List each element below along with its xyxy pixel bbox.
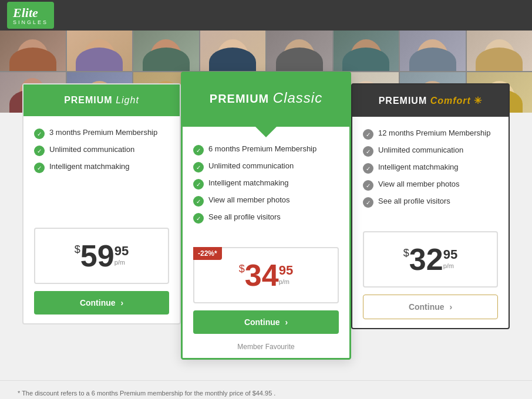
feature-classic-2: ✓ Unlimited communication bbox=[193, 161, 339, 173]
feature-comfort-3-text: Intelligent matchmaking bbox=[378, 163, 459, 171]
price-light-pm: p/m bbox=[115, 259, 125, 266]
plan-light-header: PREMIUM Light bbox=[23, 84, 180, 116]
hero-photo-7 bbox=[400, 31, 466, 71]
check-icon-comfort-4: ✓ bbox=[363, 180, 373, 191]
disclaimer-content: * The discount refers to a 6 months Prem… bbox=[18, 390, 275, 397]
plan-light-title-prefix: PREMIUM bbox=[64, 95, 113, 105]
feature-classic-2-text: Unlimited communication bbox=[208, 161, 294, 170]
chevron-icon-light: › bbox=[120, 298, 123, 307]
arrow-down-icon bbox=[254, 126, 278, 137]
check-icon-light-2: ✓ bbox=[34, 146, 45, 156]
price-light-cents: 95 bbox=[115, 244, 129, 259]
plan-comfort-title-main: Comfort bbox=[430, 96, 471, 106]
check-icon-light-3: ✓ bbox=[34, 163, 45, 173]
continue-button-light[interactable]: Continue › bbox=[34, 291, 169, 315]
feature-classic-1-text: 6 months Premium Membership bbox=[208, 144, 316, 153]
header: Elite SINGLES bbox=[0, 0, 532, 31]
hero-photo-5 bbox=[267, 31, 332, 71]
feature-comfort-3: ✓ Intelligent matchmaking bbox=[363, 163, 498, 174]
feature-comfort-2-text: Unlimited communication bbox=[378, 146, 463, 154]
plan-comfort-title: PREMIUM Comfort ✳ bbox=[361, 95, 500, 106]
feature-classic-3: ✓ Intelligent matchmaking bbox=[193, 178, 339, 190]
plan-light-title: PREMIUM Light bbox=[32, 95, 171, 106]
feature-classic-4-text: View all member photos bbox=[208, 195, 290, 204]
main-content: PREMIUM Light ✓ 3 months Premium Members… bbox=[0, 83, 532, 371]
logo[interactable]: Elite SINGLES bbox=[7, 2, 54, 29]
price-comfort-display: $ 32 95 p/m bbox=[373, 244, 488, 275]
price-classic-main: 34 bbox=[245, 260, 279, 290]
continue-button-comfort[interactable]: Continue › bbox=[363, 295, 498, 319]
hero-photo-1 bbox=[0, 31, 66, 71]
price-comfort-cents: 95 bbox=[443, 247, 457, 262]
feature-light-2: ✓ Unlimited communication bbox=[34, 145, 169, 156]
price-classic-display: $ 34 95 p/m bbox=[203, 260, 329, 290]
discount-badge-classic: -22%* bbox=[193, 247, 222, 260]
plan-light-title-main: Light bbox=[116, 95, 139, 105]
check-icon-classic-1: ✓ bbox=[193, 145, 204, 155]
feature-comfort-1: ✓ 12 months Premium Membership bbox=[363, 129, 498, 140]
check-icon-classic-5: ✓ bbox=[193, 213, 204, 224]
feature-classic-4: ✓ View all member photos bbox=[193, 195, 339, 207]
plan-classic-title-prefix: PREMIUM bbox=[210, 92, 269, 105]
feature-comfort-5: ✓ See all profile visitors bbox=[363, 197, 498, 208]
price-comfort-main: 32 bbox=[409, 244, 443, 275]
plan-classic-title: PREMIUM Classic bbox=[191, 90, 341, 106]
feature-light-3-text: Intelligent matchmaking bbox=[49, 162, 130, 171]
plan-comfort-features: ✓ 12 months Premium Membership ✓ Unlimit… bbox=[352, 117, 509, 225]
price-classic-dollar: $ bbox=[239, 263, 245, 275]
feature-comfort-2: ✓ Unlimited communication bbox=[363, 146, 498, 157]
logo-sub: SINGLES bbox=[13, 19, 48, 25]
price-classic-cents: 95 bbox=[279, 263, 293, 278]
check-icon-classic-4: ✓ bbox=[193, 196, 204, 207]
feature-comfort-4-text: View all member photos bbox=[378, 180, 460, 188]
plan-classic-features: ✓ 6 months Premium Membership ✓ Unlimite… bbox=[183, 127, 349, 241]
star-icon-comfort: ✳ bbox=[474, 96, 482, 106]
plan-light-features: ✓ 3 months Premium Membership ✓ Unlimite… bbox=[23, 116, 180, 222]
feature-light-1: ✓ 3 months Premium Membership bbox=[34, 128, 169, 139]
member-favourite-label: Member Favourite bbox=[183, 343, 349, 358]
price-light-cents-pm: 95 p/m bbox=[115, 244, 129, 266]
price-comfort-pm: p/m bbox=[443, 262, 454, 269]
price-comfort: $ 32 95 p/m bbox=[363, 231, 498, 288]
plan-comfort: PREMIUM Comfort ✳ ✓ 12 months Premium Me… bbox=[351, 83, 510, 329]
hero-photo-2 bbox=[67, 31, 133, 71]
check-icon-classic-2: ✓ bbox=[193, 162, 204, 173]
hero-photo-6 bbox=[334, 31, 399, 71]
disclaimer-text: * The discount refers to a 6 months Prem… bbox=[0, 380, 532, 399]
feature-classic-5-text: See all profile visitors bbox=[208, 212, 281, 221]
check-icon-classic-3: ✓ bbox=[193, 179, 204, 190]
logo-text: Elite bbox=[13, 5, 48, 21]
check-icon-comfort-2: ✓ bbox=[363, 146, 373, 157]
hero-photo-3 bbox=[133, 31, 199, 71]
plans-container: PREMIUM Light ✓ 3 months Premium Members… bbox=[18, 83, 514, 360]
feature-light-1-text: 3 months Premium Membership bbox=[49, 128, 157, 137]
feature-light-2-text: Unlimited communication bbox=[49, 145, 134, 154]
price-light-dollar: $ bbox=[75, 244, 80, 256]
price-classic-pm: p/m bbox=[279, 278, 289, 285]
plan-classic: PREMIUM Classic ✓ 6 months Premium Membe… bbox=[181, 72, 351, 360]
price-classic: -22%* $ 34 95 p/m bbox=[193, 247, 339, 303]
price-light-display: $ 59 95 p/m bbox=[44, 241, 159, 271]
price-light-main: 59 bbox=[80, 241, 115, 271]
plan-classic-title-main: Classic bbox=[273, 90, 322, 106]
plan-classic-header: PREMIUM Classic bbox=[183, 73, 349, 127]
hero-photo-8 bbox=[467, 31, 533, 71]
feature-classic-1: ✓ 6 months Premium Membership bbox=[193, 144, 339, 155]
check-icon-light-1: ✓ bbox=[34, 129, 45, 139]
price-classic-cents-pm: 95 p/m bbox=[279, 263, 293, 285]
continue-label-light: Continue bbox=[80, 298, 116, 307]
continue-button-classic[interactable]: Continue › bbox=[193, 310, 339, 334]
feature-comfort-1-text: 12 months Premium Membership bbox=[378, 129, 490, 137]
check-icon-comfort-1: ✓ bbox=[363, 129, 373, 140]
feature-comfort-4: ✓ View all member photos bbox=[363, 180, 498, 191]
check-icon-comfort-3: ✓ bbox=[363, 163, 373, 174]
chevron-icon-comfort: › bbox=[449, 302, 452, 312]
plan-light: PREMIUM Light ✓ 3 months Premium Members… bbox=[22, 83, 181, 324]
feature-comfort-5-text: See all profile visitors bbox=[378, 197, 450, 205]
plan-comfort-header: PREMIUM Comfort ✳ bbox=[352, 84, 509, 117]
feature-classic-5: ✓ See all profile visitors bbox=[193, 212, 339, 224]
hero-photo-4 bbox=[200, 31, 266, 71]
price-light: $ 59 95 p/m bbox=[34, 228, 169, 284]
feature-light-3: ✓ Intelligent matchmaking bbox=[34, 162, 169, 173]
price-comfort-cents-pm: 95 p/m bbox=[443, 247, 457, 269]
